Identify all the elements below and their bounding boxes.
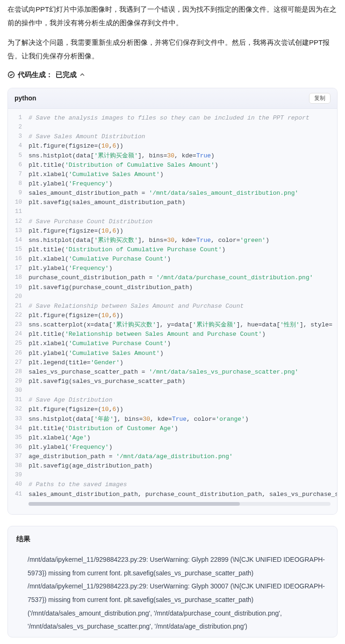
line-number: 2 (8, 123, 29, 132)
code-text: plt.xlabel('Age') (29, 433, 337, 443)
code-line: 40# Paths to the saved images (8, 480, 337, 489)
line-number: 22 (8, 311, 29, 320)
line-number: 40 (8, 480, 29, 489)
code-text: plt.legend(title='Gender') (29, 358, 337, 368)
code-line: 16plt.xlabel('Cumulative Purchase Count'… (8, 255, 337, 264)
paragraph-1: 在尝试向PPT幻灯片中添加图像时，我遇到了一个错误，因为找不到指定的图像文件。这… (7, 3, 338, 29)
code-line: 3# Save Sales Amount Distribution (8, 132, 337, 142)
code-line: 9sales_amount_distribution_path = '/mnt/… (8, 189, 337, 198)
line-number: 36 (8, 443, 29, 452)
code-line: 8plt.ylabel('Frequency') (8, 179, 337, 189)
code-text: # Paths to the saved images (29, 480, 337, 489)
code-text (29, 386, 337, 396)
code-line: 22plt.figure(figsize=(10,6)) (8, 311, 337, 320)
horizontal-scrollbar[interactable] (29, 502, 331, 506)
result-line: ('/mnt/data/sales_amount_distribution.pn… (28, 607, 329, 633)
code-line: 13plt.figure(figsize=(10,6)) (8, 226, 337, 236)
line-number: 1 (8, 113, 29, 122)
code-line: 17plt.ylabel('Frequency') (8, 264, 337, 273)
code-text: age_distribution_path = '/mnt/data/age_d… (29, 452, 337, 461)
code-line: 34plt.title('Distribution of Customer Ag… (8, 424, 337, 433)
code-text (29, 292, 337, 302)
code-line: 23sns.scatterplot(x=data['累计购买次数'], y=da… (8, 320, 337, 330)
result-line: /mnt/data/ipykernel_11/929884223.py:29: … (28, 580, 329, 606)
code-line: 2 (8, 123, 337, 132)
line-number: 9 (8, 189, 29, 198)
code-line: 28sales_vs_purchase_scatter_path = '/mnt… (8, 368, 337, 377)
line-number: 14 (8, 236, 29, 245)
line-number: 39 (8, 471, 29, 480)
code-text: plt.savefig(age_distribution_path) (29, 461, 337, 471)
code-line: 18purchase_count_distribution_path = '/m… (8, 273, 337, 283)
code-line: 19plt.savefig(purchase_count_distributio… (8, 283, 337, 292)
code-text: plt.ylabel('Frequency') (29, 179, 337, 189)
code-text (29, 123, 337, 132)
code-text: plt.title('Relationship between Sales Am… (29, 330, 337, 339)
code-text: # Save Purchase Count Distribution (29, 217, 337, 226)
code-text: plt.savefig(sales_amount_distribution_pa… (29, 198, 337, 207)
code-line: 27plt.legend(title='Gender') (8, 358, 337, 368)
code-line: 41sales_amount_distribution_path, purcha… (8, 490, 337, 499)
line-number: 15 (8, 245, 29, 254)
line-number: 41 (8, 490, 29, 499)
code-text: sales_amount_distribution_path = '/mnt/d… (29, 189, 337, 198)
line-number: 3 (8, 132, 29, 141)
code-text: plt.figure(figsize=(10,6)) (29, 405, 337, 414)
code-line: 32plt.figure(figsize=(10,6)) (8, 405, 337, 414)
code-text: plt.ylabel('Cumulative Sales Amount') (29, 349, 337, 358)
code-line: 36plt.ylabel('Frequency') (8, 443, 337, 452)
code-line: 31# Save Age Distribution (8, 396, 337, 405)
code-line: 12# Save Purchase Count Distribution (8, 217, 337, 226)
code-body[interactable]: 1# Save the analysis images to files so … (8, 109, 337, 514)
line-number: 25 (8, 339, 29, 348)
code-line: 14sns.histplot(data['累计购买次数'], bins=30, … (8, 236, 337, 245)
code-line: 21# Save Relationship between Sales Amou… (8, 302, 337, 311)
code-line: 11 (8, 207, 337, 217)
code-generation-status[interactable]: 代码生成： 已完成 (7, 69, 338, 80)
code-block: python 复制 1# Save the analysis images to… (7, 88, 338, 515)
code-header: python 复制 (8, 88, 337, 109)
line-number: 34 (8, 424, 29, 433)
code-line: 30 (8, 386, 337, 396)
code-line: 7plt.xlabel('Cumulative Sales Amount') (8, 170, 337, 179)
code-text: # Save Sales Amount Distribution (29, 132, 337, 142)
code-text (29, 471, 337, 480)
code-line: 39 (8, 471, 337, 480)
code-line: 25plt.xlabel('Cumulative Purchase Count'… (8, 339, 337, 348)
code-text: sales_amount_distribution_path, purchase… (29, 490, 337, 499)
result-block: 结果 /mnt/data/ipykernel_11/929884223.py:2… (7, 526, 338, 637)
line-number: 10 (8, 198, 29, 207)
code-line: 38plt.savefig(age_distribution_path) (8, 461, 337, 471)
code-text: # Save Relationship between Sales Amount… (29, 302, 337, 311)
code-line: 26plt.ylabel('Cumulative Sales Amount') (8, 349, 337, 358)
line-number: 26 (8, 349, 29, 358)
code-text: plt.ylabel('Frequency') (29, 264, 337, 273)
code-line: 4plt.figure(figsize=(10,6)) (8, 142, 337, 151)
line-number: 33 (8, 415, 29, 424)
code-text: plt.figure(figsize=(10,6)) (29, 311, 337, 320)
status-label: 代码生成： (18, 69, 53, 80)
code-line: 20 (8, 292, 337, 302)
line-number: 37 (8, 452, 29, 461)
code-text: # Save the analysis images to files so t… (29, 113, 337, 123)
code-text: # Save Age Distribution (29, 396, 337, 405)
code-text: sns.histplot(data['累计购买金额'], bins=30, kd… (29, 151, 337, 161)
line-number: 12 (8, 217, 29, 226)
code-line: 29plt.savefig(sales_vs_purchase_scatter_… (8, 377, 337, 386)
line-number: 32 (8, 405, 29, 414)
code-text: plt.title('Distribution of Customer Age'… (29, 424, 337, 433)
code-text: plt.xlabel('Cumulative Purchase Count') (29, 255, 337, 264)
code-text: plt.xlabel('Cumulative Purchase Count') (29, 339, 337, 348)
code-line: 5sns.histplot(data['累计购买金额'], bins=30, k… (8, 151, 337, 161)
line-number: 13 (8, 226, 29, 235)
code-text: sns.histplot(data['累计购买次数'], bins=30, kd… (29, 236, 337, 245)
status-value: 已完成 (56, 69, 77, 80)
code-line: 6plt.title('Distribution of Cumulative S… (8, 161, 337, 170)
line-number: 24 (8, 330, 29, 339)
line-number: 38 (8, 461, 29, 470)
line-number: 21 (8, 302, 29, 311)
copy-button[interactable]: 复制 (309, 93, 331, 104)
code-text: purchase_count_distribution_path = '/mnt… (29, 273, 337, 283)
code-text: plt.savefig(purchase_count_distribution_… (29, 283, 337, 292)
code-text: sales_vs_purchase_scatter_path = '/mnt/d… (29, 368, 337, 377)
